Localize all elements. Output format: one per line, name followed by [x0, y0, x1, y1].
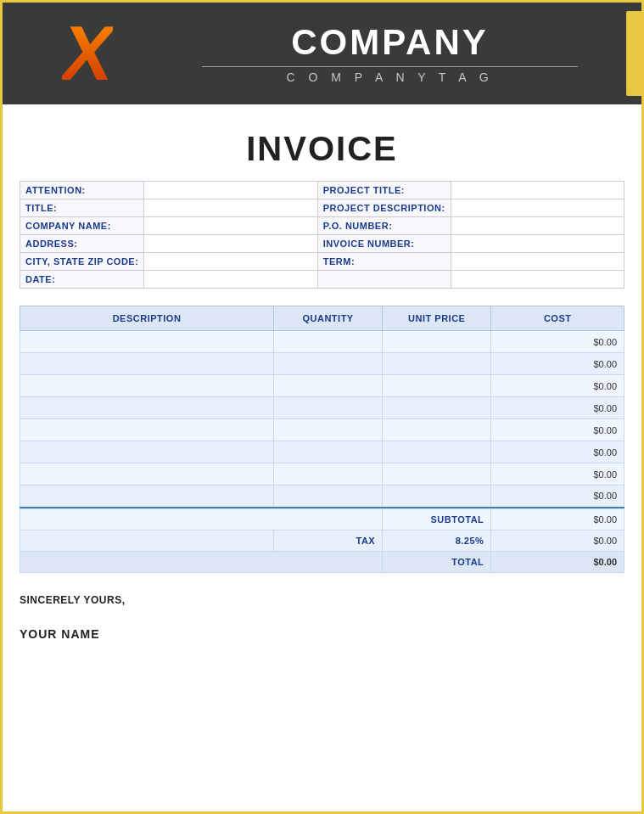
- item-desc-5: [20, 419, 274, 441]
- item-qty-3: [274, 375, 383, 397]
- items-row-4: $0.00: [20, 397, 624, 419]
- item-qty-5: [274, 419, 383, 441]
- item-cost-5: $0.00: [491, 419, 624, 441]
- billing-value-address: [144, 235, 317, 253]
- items-row-1: $0.00: [20, 331, 624, 353]
- item-up-1: [383, 331, 491, 353]
- billing-value-empty: [451, 271, 624, 289]
- billing-label-title: TITLE:: [20, 199, 144, 217]
- items-table: DESCRIPTION QUANTITY UNIT PRICE COST $0.…: [20, 306, 624, 573]
- billing-label-company-name: COMPANY NAME:: [20, 217, 144, 235]
- tax-row: TAX 8.25% $0.00: [20, 531, 624, 552]
- item-up-2: [383, 353, 491, 375]
- item-desc-4: [20, 397, 274, 419]
- items-row-5: $0.00: [20, 419, 624, 441]
- invoice-title: INVOICE: [20, 130, 624, 168]
- billing-value-attention: [144, 182, 317, 199]
- billing-value-date: [144, 271, 317, 289]
- company-name: COMPANY: [155, 23, 624, 62]
- item-qty-2: [274, 353, 383, 375]
- item-up-3: [383, 375, 491, 397]
- item-cost-2: $0.00: [491, 353, 624, 375]
- item-cost-3: $0.00: [491, 375, 624, 397]
- items-row-2: $0.00: [20, 353, 624, 375]
- logo-container: X: [20, 11, 155, 96]
- item-desc-1: [20, 331, 274, 353]
- total-value: $0.00: [491, 552, 624, 573]
- items-row-8: $0.00: [20, 486, 624, 508]
- total-row: TOTAL $0.00: [20, 552, 624, 573]
- billing-label-empty: [317, 271, 451, 289]
- tax-label: TAX: [274, 531, 383, 552]
- item-up-6: [383, 441, 491, 463]
- footer-section: SINCERELY YOURS, YOUR NAME: [3, 581, 641, 658]
- item-cost-4: $0.00: [491, 397, 624, 419]
- billing-label-term: TERM:: [317, 253, 451, 271]
- col-header-quantity: QUANTITY: [274, 306, 383, 331]
- billing-label-attention: ATTENTION:: [20, 182, 144, 199]
- billing-value-city: [144, 253, 317, 271]
- item-qty-1: [274, 331, 383, 353]
- col-header-cost: COST: [491, 306, 624, 331]
- company-info: COMPANY C O M P A N Y T A G: [155, 23, 624, 83]
- billing-value-term: [451, 253, 624, 271]
- subtotal-empty: [20, 509, 383, 531]
- item-up-7: [383, 463, 491, 486]
- col-header-unit-price: UNIT PRICE: [383, 306, 491, 331]
- billing-label-date: DATE:: [20, 271, 144, 289]
- billing-value-project-desc: [451, 199, 624, 217]
- item-cost-7: $0.00: [491, 463, 624, 486]
- billing-row-3: COMPANY NAME: P.O. NUMBER:: [20, 217, 624, 235]
- billing-label-address: ADDRESS:: [20, 235, 144, 253]
- item-desc-3: [20, 375, 274, 397]
- billing-label-invoice-number: INVOICE NUMBER:: [317, 235, 451, 253]
- sincerely-text: SINCERELY YOURS,: [20, 594, 624, 606]
- billing-row-2: TITLE: PROJECT DESCRIPTION:: [20, 199, 624, 217]
- item-up-4: [383, 397, 491, 419]
- billing-value-project-title: [451, 182, 624, 199]
- item-desc-7: [20, 463, 274, 486]
- item-qty-7: [274, 463, 383, 486]
- item-qty-6: [274, 441, 383, 463]
- billing-label-city: CITY, STATE ZIP CODE:: [20, 253, 144, 271]
- item-qty-4: [274, 397, 383, 419]
- billing-value-title: [144, 199, 317, 217]
- billing-table: ATTENTION: PROJECT TITLE: TITLE: PROJECT…: [20, 181, 624, 289]
- billing-label-project-title: PROJECT TITLE:: [317, 182, 451, 199]
- item-desc-6: [20, 441, 274, 463]
- tax-value: $0.00: [491, 531, 624, 552]
- company-tag: C O M P A N Y T A G: [155, 70, 624, 84]
- billing-value-company-name: [144, 217, 317, 235]
- billing-label-po-number: P.O. NUMBER:: [317, 217, 451, 235]
- billing-label-project-desc: PROJECT DESCRIPTION:: [317, 199, 451, 217]
- col-header-description: DESCRIPTION: [20, 306, 274, 331]
- invoice-header: X COMPANY C O M P A N Y T A G: [3, 3, 641, 104]
- item-qty-8: [274, 486, 383, 508]
- your-name-text: YOUR NAME: [20, 627, 624, 641]
- invoice-document: X COMPANY C O M P A N Y T A G INVOICE AT…: [0, 0, 644, 814]
- header-accent-right: [626, 11, 641, 96]
- subtotal-value: $0.00: [491, 509, 624, 531]
- billing-row-1: ATTENTION: PROJECT TITLE:: [20, 182, 624, 199]
- item-cost-6: $0.00: [491, 441, 624, 463]
- tax-empty: [20, 531, 274, 552]
- item-cost-8: $0.00: [491, 486, 624, 508]
- item-desc-8: [20, 486, 274, 508]
- subtotal-row: SUBTOTAL $0.00: [20, 509, 624, 531]
- items-row-6: $0.00: [20, 441, 624, 463]
- billing-value-invoice-number: [451, 235, 624, 253]
- billing-row-6: DATE:: [20, 271, 624, 289]
- item-up-8: [383, 486, 491, 508]
- company-divider: [202, 66, 577, 67]
- items-header-row: DESCRIPTION QUANTITY UNIT PRICE COST: [20, 306, 624, 331]
- billing-row-4: ADDRESS: INVOICE NUMBER:: [20, 235, 624, 253]
- tax-rate: 8.25%: [383, 531, 491, 552]
- total-empty: [20, 552, 383, 573]
- billing-row-5: CITY, STATE ZIP CODE: TERM:: [20, 253, 624, 271]
- logo-x-icon: X: [62, 15, 113, 92]
- items-row-7: $0.00: [20, 463, 624, 486]
- items-section: DESCRIPTION QUANTITY UNIT PRICE COST $0.…: [3, 306, 641, 581]
- item-up-5: [383, 419, 491, 441]
- billing-value-po-number: [451, 217, 624, 235]
- items-row-3: $0.00: [20, 375, 624, 397]
